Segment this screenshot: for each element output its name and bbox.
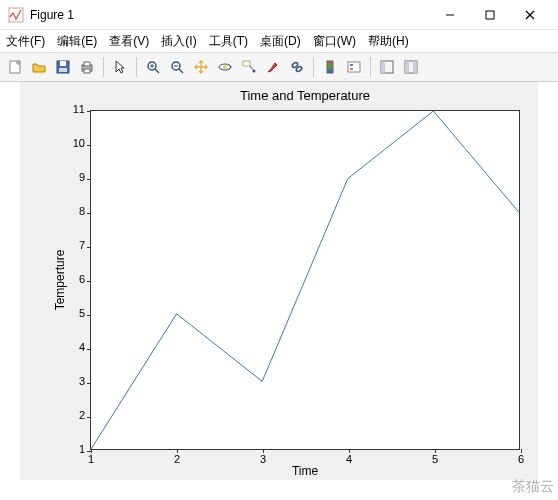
y-tick-label: 4 bbox=[79, 341, 91, 353]
window-title: Figure 1 bbox=[30, 8, 430, 22]
watermark: 茶猫云 bbox=[512, 478, 554, 496]
close-button[interactable] bbox=[510, 1, 550, 29]
pan-icon[interactable] bbox=[190, 56, 212, 78]
toolbar-separator bbox=[370, 57, 371, 77]
toolbar-separator bbox=[103, 57, 104, 77]
svg-rect-35 bbox=[413, 61, 417, 73]
svg-rect-22 bbox=[243, 61, 250, 66]
svg-point-24 bbox=[253, 70, 256, 73]
menu-desktop[interactable]: 桌面(D) bbox=[260, 33, 301, 50]
brush-icon[interactable] bbox=[262, 56, 284, 78]
link-data-icon[interactable] bbox=[286, 56, 308, 78]
insert-colorbar-icon[interactable] bbox=[319, 56, 341, 78]
minimize-button[interactable] bbox=[430, 1, 470, 29]
y-tick-label: 5 bbox=[79, 307, 91, 319]
window-controls bbox=[430, 1, 550, 29]
y-tick-label: 11 bbox=[73, 103, 91, 115]
svg-rect-2 bbox=[486, 11, 494, 19]
svg-rect-27 bbox=[327, 61, 333, 73]
menu-view[interactable]: 查看(V) bbox=[109, 33, 149, 50]
y-tick-label: 6 bbox=[79, 273, 91, 285]
svg-rect-11 bbox=[84, 62, 90, 66]
app-icon bbox=[8, 7, 24, 23]
axes[interactable]: 1234567891011123456 bbox=[90, 110, 520, 450]
svg-rect-32 bbox=[381, 61, 385, 73]
svg-line-18 bbox=[179, 69, 183, 73]
print-icon[interactable] bbox=[76, 56, 98, 78]
menu-file[interactable]: 文件(F) bbox=[6, 33, 45, 50]
menu-insert[interactable]: 插入(I) bbox=[161, 33, 196, 50]
toolbar-separator bbox=[136, 57, 137, 77]
axes-title: Time and Temperature bbox=[90, 88, 520, 103]
y-tick-label: 7 bbox=[79, 239, 91, 251]
svg-rect-8 bbox=[60, 61, 66, 66]
menu-window[interactable]: 窗口(W) bbox=[313, 33, 356, 50]
y-tick-label: 3 bbox=[79, 375, 91, 387]
x-axis-label: Time bbox=[90, 464, 520, 478]
figure-canvas: Time and Temperature Temperture Time 123… bbox=[20, 82, 538, 480]
open-icon[interactable] bbox=[28, 56, 50, 78]
svg-rect-34 bbox=[405, 61, 409, 73]
window-titlebar: Figure 1 bbox=[0, 0, 558, 30]
show-plot-tools-icon[interactable] bbox=[400, 56, 422, 78]
hide-plot-tools-icon[interactable] bbox=[376, 56, 398, 78]
svg-rect-12 bbox=[84, 69, 90, 73]
insert-legend-icon[interactable] bbox=[343, 56, 365, 78]
line-plot bbox=[91, 111, 519, 449]
svg-point-21 bbox=[223, 65, 227, 69]
menubar: 文件(F) 编辑(E) 查看(V) 插入(I) 工具(T) 桌面(D) 窗口(W… bbox=[0, 30, 558, 52]
toolbar-separator bbox=[313, 57, 314, 77]
menu-help[interactable]: 帮助(H) bbox=[368, 33, 409, 50]
y-tick-label: 10 bbox=[73, 137, 91, 149]
zoom-in-icon[interactable] bbox=[142, 56, 164, 78]
svg-rect-9 bbox=[59, 68, 67, 72]
svg-line-14 bbox=[155, 69, 159, 73]
new-figure-icon[interactable] bbox=[4, 56, 26, 78]
maximize-button[interactable] bbox=[470, 1, 510, 29]
y-tick-label: 8 bbox=[79, 205, 91, 217]
toolbar bbox=[0, 52, 558, 82]
y-tick-label: 2 bbox=[79, 409, 91, 421]
zoom-out-icon[interactable] bbox=[166, 56, 188, 78]
menu-tools[interactable]: 工具(T) bbox=[209, 33, 248, 50]
y-tick-label: 9 bbox=[79, 171, 91, 183]
menu-edit[interactable]: 编辑(E) bbox=[57, 33, 97, 50]
save-icon[interactable] bbox=[52, 56, 74, 78]
svg-rect-28 bbox=[348, 62, 360, 72]
pointer-icon[interactable] bbox=[109, 56, 131, 78]
data-cursor-icon[interactable] bbox=[238, 56, 260, 78]
rotate-3d-icon[interactable] bbox=[214, 56, 236, 78]
